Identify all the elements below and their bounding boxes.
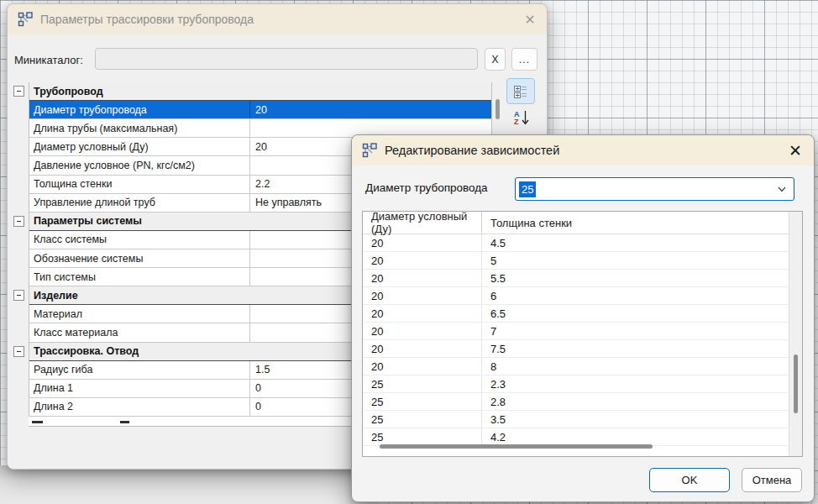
table-header[interactable]: Диаметр условный (Ду) Толщина стенки <box>363 212 789 234</box>
cell-diameter: 20 <box>363 358 482 375</box>
collapse-expander-icon[interactable] <box>9 82 29 101</box>
property-name: Обозначение системы <box>29 249 250 267</box>
minus-box-icon[interactable] <box>13 216 24 227</box>
property-row[interactable]: Диаметр трубопровода20 <box>9 101 492 119</box>
row-gutter <box>9 231 29 249</box>
dependency-table: Диаметр условный (Ду) Толщина стенки 204… <box>362 211 803 457</box>
table-row[interactable]: 252.8 <box>363 393 789 411</box>
cell-diameter: 20 <box>363 305 482 322</box>
column-header-thickness[interactable]: Толщина стенки <box>482 212 789 234</box>
property-name: Радиус гиба <box>29 361 250 379</box>
property-name: Класс системы <box>29 231 250 249</box>
diameter-param-label: Диаметр трубопровода <box>365 181 488 194</box>
cell-thickness: 4.5 <box>482 234 789 251</box>
row-gutter <box>9 101 29 119</box>
minicatalog-input[interactable] <box>95 48 478 70</box>
minus-box-icon[interactable] <box>13 346 24 357</box>
close-icon[interactable]: ✕ <box>785 141 805 160</box>
group-header-label: Трубопровод <box>29 82 492 101</box>
row-gutter <box>9 194 29 213</box>
vertical-scrollbar-thumb[interactable] <box>794 354 798 413</box>
row-gutter <box>9 176 29 194</box>
property-value[interactable]: 20 <box>250 101 492 118</box>
row-gutter <box>9 119 29 138</box>
close-icon[interactable]: ✕ <box>520 10 540 29</box>
row-gutter <box>9 380 29 398</box>
table-row[interactable]: 205 <box>363 252 789 270</box>
collapse-expander-icon[interactable] <box>9 213 29 231</box>
cell-thickness: 4.2 <box>482 428 789 445</box>
row-gutter <box>9 268 29 286</box>
categorized-icon <box>513 84 528 99</box>
categorized-view-button[interactable] <box>506 78 535 104</box>
collapse-expander-icon[interactable] <box>9 286 29 305</box>
property-grid-scrollbar[interactable] <box>496 99 500 119</box>
property-row-cells: Диаметр трубопровода20 <box>29 101 492 119</box>
cell-thickness: 6.5 <box>482 305 789 322</box>
table-row[interactable]: 208 <box>363 358 789 375</box>
property-name: Тип системы <box>29 268 250 286</box>
dialog-edit-dependencies: Редактирование зависимостей ✕ Диаметр тр… <box>351 134 815 502</box>
app-pipeline-icon <box>362 143 377 158</box>
dialog2-titlebar[interactable]: Редактирование зависимостей ✕ <box>352 135 814 165</box>
minicatalog-clear-button[interactable]: X <box>485 48 506 71</box>
dialog2-title: Редактирование зависимостей <box>385 144 559 157</box>
table-row[interactable]: 206 <box>363 287 789 305</box>
diameter-combobox[interactable]: 25 <box>515 177 794 201</box>
property-name: Длина 2 <box>29 398 250 416</box>
table-row[interactable]: 204.5 <box>363 234 789 252</box>
collapse-expander-icon[interactable] <box>9 343 29 361</box>
property-name: Диаметр трубопровода <box>29 101 250 118</box>
clipped-text-fragment <box>120 421 129 423</box>
table-row[interactable]: 207 <box>363 323 789 340</box>
row-gutter <box>9 323 29 342</box>
table-row[interactable]: 253.5 <box>363 411 789 428</box>
property-name: Толщина стенки <box>29 176 250 193</box>
dialog1-title: Параметры трассировки трубопровода <box>40 13 254 26</box>
desktop-shadow-area <box>0 465 378 504</box>
cell-diameter: 20 <box>363 270 482 286</box>
table-body: 204.5205205.5206206.5207207.5208252.3252… <box>363 234 789 446</box>
horizontal-scrollbar[interactable] <box>380 444 653 449</box>
cell-thickness: 2.8 <box>482 393 789 410</box>
table-row[interactable]: 252.3 <box>363 375 789 393</box>
property-name: Управление длиной труб <box>29 194 250 212</box>
row-gutter <box>9 156 29 175</box>
row-gutter <box>9 305 29 323</box>
cell-thickness: 5.5 <box>482 270 789 286</box>
alphabetical-sort-button[interactable]: A Z <box>510 106 532 129</box>
cancel-button[interactable]: Отмена <box>742 468 802 492</box>
property-group-row[interactable]: Трубопровод <box>9 82 492 101</box>
row-gutter <box>9 361 29 380</box>
cell-diameter: 20 <box>363 234 482 251</box>
dialog1-titlebar[interactable]: Параметры трассировки трубопровода ✕ <box>8 4 547 34</box>
clipped-text-fragment <box>32 421 43 423</box>
cell-thickness: 7.5 <box>482 340 789 357</box>
property-name: Длина трубы (максимальная) <box>29 119 250 137</box>
vertical-scrollbar[interactable] <box>789 212 802 456</box>
property-name: Класс материала <box>29 323 250 341</box>
column-header-diameter[interactable]: Диаметр условный (Ду) <box>363 212 482 234</box>
row-gutter <box>9 249 29 268</box>
minicatalog-browse-button[interactable]: ... <box>511 48 537 71</box>
cell-diameter: 20 <box>363 287 482 304</box>
cell-thickness: 2.3 <box>482 375 789 392</box>
drawing-grid-canvas: Параметры трассировки трубопровода ✕ Мин… <box>0 0 818 504</box>
chevron-down-icon[interactable] <box>777 184 787 194</box>
cell-diameter: 20 <box>363 340 482 357</box>
cell-diameter: 25 <box>363 393 482 410</box>
sort-az-icon: A Z <box>513 109 530 126</box>
table-row[interactable]: 254.2 <box>363 428 789 446</box>
property-name: Материал <box>29 305 250 323</box>
table-row[interactable]: 206.5 <box>363 305 789 323</box>
table-row[interactable]: 207.5 <box>363 340 789 358</box>
property-name: Давление условное (PN, кгс/см2) <box>29 156 250 174</box>
minus-box-icon[interactable] <box>13 86 24 97</box>
table-row[interactable]: 205.5 <box>363 270 789 287</box>
ok-button[interactable]: OK <box>649 468 730 492</box>
row-gutter <box>9 398 29 417</box>
cell-thickness: 8 <box>482 358 789 375</box>
minus-box-icon[interactable] <box>13 290 24 301</box>
minicatalog-label: Миникаталог: <box>14 54 83 66</box>
property-name: Длина 1 <box>29 380 250 397</box>
